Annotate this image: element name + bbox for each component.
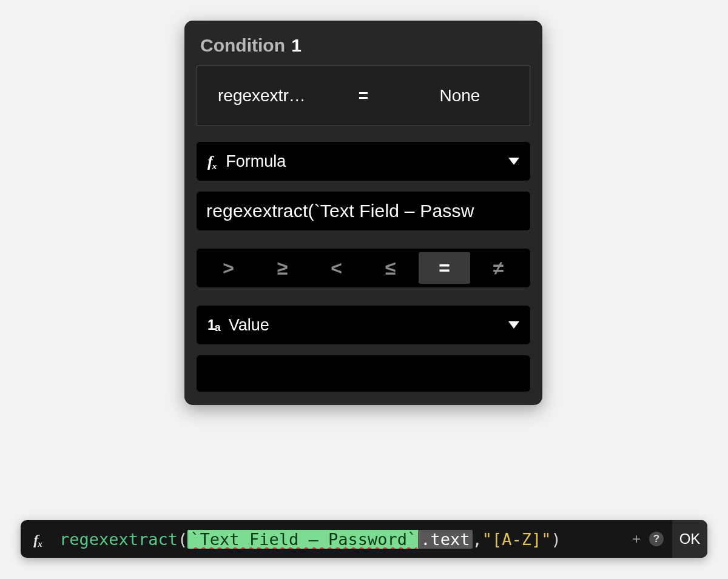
operator-gte[interactable]: ≥ — [257, 252, 308, 284]
token-field-reference: `Text Field – Password` — [187, 530, 419, 549]
formula-bar-actions: + ? — [627, 530, 672, 547]
formula-input[interactable]: regexextract(`Text Field – Passw — [197, 192, 530, 230]
preview-operator: = — [337, 86, 390, 105]
operator-neq[interactable]: ≠ — [473, 252, 524, 284]
token-comma: , — [473, 530, 482, 549]
token-property: .text — [418, 530, 472, 549]
token-close-paren: ) — [551, 530, 561, 549]
ok-button-label: OK — [679, 530, 701, 547]
formula-dropdown-label: Formula — [226, 152, 286, 171]
help-button[interactable]: ? — [649, 532, 664, 546]
token-string: "[A-Z]" — [482, 530, 551, 549]
condition-title-prefix: Condition — [200, 35, 285, 55]
operator-selector: > ≥ < ≤ = ≠ — [197, 249, 530, 287]
chevron-down-icon — [508, 158, 519, 165]
operator-lte[interactable]: ≤ — [365, 252, 416, 284]
formula-bar: f regexextract(`Text Field – Password`.t… — [21, 520, 707, 558]
value-dropdown-label: Value — [229, 316, 269, 335]
compare-type-dropdown[interactable]: 1a Value — [197, 306, 530, 344]
condition-title: Condition 1 — [195, 33, 531, 65]
chevron-down-icon — [508, 321, 519, 329]
formula-bar-input[interactable]: regexextract(`Text Field – Password`.tex… — [56, 530, 627, 549]
operator-eq[interactable]: = — [419, 252, 470, 284]
preview-right-value: None — [390, 86, 530, 105]
ok-button[interactable]: OK — [672, 520, 707, 558]
token-function: regexextract — [59, 530, 178, 549]
condition-title-number: 1 — [291, 35, 302, 55]
operator-lt[interactable]: < — [311, 252, 362, 284]
condition-preview: regexextr… = None — [197, 65, 530, 126]
operator-gt[interactable]: > — [203, 252, 254, 284]
formula-text: regexextract(`Text Field – Passw — [206, 201, 474, 221]
formula-icon: f — [207, 153, 217, 171]
formula-bar-icon: f — [21, 531, 56, 547]
formula-icon: f — [33, 532, 43, 548]
value-icon: 1a — [207, 317, 220, 333]
condition-panel: Condition 1 regexextr… = None f Formula … — [184, 21, 542, 405]
preview-left-expr: regexextr… — [197, 86, 337, 105]
compare-value-input[interactable] — [197, 355, 530, 392]
formula-type-dropdown[interactable]: f Formula — [197, 142, 530, 181]
token-open-paren: ( — [178, 530, 187, 549]
add-button[interactable]: + — [632, 530, 641, 547]
